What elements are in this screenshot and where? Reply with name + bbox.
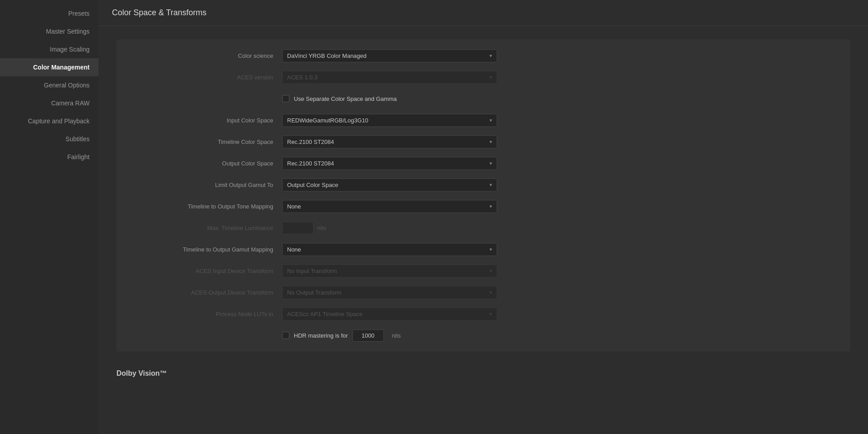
input-color-space-row: Input Color Space REDWideGamutRGB/Log3G1… (130, 113, 837, 127)
sidebar-item-subtitles[interactable]: Subtitles (0, 130, 99, 148)
separate-color-space-checkbox[interactable] (282, 95, 289, 102)
hdr-mastering-row: HDR mastering is for nits (130, 328, 837, 343)
aces-output-device-value: No Output Transform (287, 289, 341, 296)
limit-output-gamut-dropdown[interactable]: Output Color Space ▾ (282, 178, 497, 191)
output-color-space-row: Output Color Space Rec.2100 ST2084 ▾ (130, 156, 837, 170)
aces-version-chevron-icon: ▾ (490, 74, 492, 80)
timeline-output-gamut-row: Timeline to Output Gamut Mapping None ▾ (130, 242, 837, 256)
process-node-luts-chevron-icon: ▾ (490, 311, 492, 317)
sidebar-item-general-options[interactable]: General Options (0, 76, 99, 94)
max-timeline-luminance-row: Max. Timeline Luminance nits (130, 221, 837, 235)
sidebar-item-capture-playback[interactable]: Capture and Playback (0, 112, 99, 130)
output-color-space-dropdown[interactable]: Rec.2100 ST2084 ▾ (282, 157, 497, 170)
sidebar-item-master-settings[interactable]: Master Settings (0, 22, 99, 40)
color-science-row: Color science DaVinci YRGB Color Managed… (130, 48, 837, 63)
color-science-value: DaVinci YRGB Color Managed (287, 52, 366, 59)
limit-output-gamut-chevron-icon: ▾ (490, 182, 492, 188)
separate-color-space-row: Use Separate Color Space and Gamma (130, 91, 837, 106)
hdr-mastering-input[interactable] (352, 330, 384, 342)
timeline-output-tone-row: Timeline to Output Tone Mapping None ▾ (130, 199, 837, 213)
input-color-space-chevron-icon: ▾ (490, 117, 492, 123)
limit-output-gamut-label: Limit Output Gamut To (130, 182, 282, 188)
timeline-output-tone-label: Timeline to Output Tone Mapping (130, 203, 282, 210)
aces-input-device-dropdown: No Input Transform ▾ (282, 265, 497, 278)
sidebar-item-camera-raw[interactable]: Camera RAW (0, 94, 99, 112)
process-node-luts-dropdown: ACEScc AP1 Timeline Space ▾ (282, 308, 497, 321)
limit-output-gamut-row: Limit Output Gamut To Output Color Space… (130, 178, 837, 192)
color-science-chevron-icon: ▾ (490, 53, 492, 59)
output-color-space-chevron-icon: ▾ (490, 161, 492, 166)
aces-output-device-dropdown: No Output Transform ▾ (282, 286, 497, 299)
limit-output-gamut-value: Output Color Space (287, 182, 338, 188)
timeline-output-gamut-dropdown[interactable]: None ▾ (282, 243, 497, 256)
timeline-output-gamut-chevron-icon: ▾ (490, 247, 492, 252)
input-color-space-label: Input Color Space (130, 117, 282, 124)
output-color-space-value: Rec.2100 ST2084 (287, 160, 334, 167)
input-color-space-value: REDWideGamutRGB/Log3G10 (287, 117, 368, 124)
separate-color-space-checkbox-row: Use Separate Color Space and Gamma (282, 95, 397, 102)
timeline-color-space-row: Timeline Color Space Rec.2100 ST2084 ▾ (130, 135, 837, 149)
aces-version-dropdown: ACES 1.0.3 ▾ (282, 71, 497, 84)
sidebar-item-presets[interactable]: Presets (0, 4, 99, 22)
timeline-output-tone-chevron-icon: ▾ (490, 204, 492, 209)
main-panel: Color Space & Transforms Color science D… (99, 0, 868, 434)
aces-output-device-label: ACES Output Device Transform (130, 289, 282, 296)
timeline-output-gamut-label: Timeline to Output Gamut Mapping (130, 246, 282, 253)
color-science-label: Color science (130, 52, 282, 59)
output-color-space-label: Output Color Space (130, 160, 282, 167)
sidebar-item-image-scaling[interactable]: Image Scaling (0, 40, 99, 58)
max-timeline-luminance-input (282, 222, 314, 234)
timeline-output-tone-dropdown[interactable]: None ▾ (282, 200, 497, 213)
process-node-luts-row: Process Node LUTs in ACEScc AP1 Timeline… (130, 307, 837, 321)
sidebar-item-color-management[interactable]: Color Management (0, 58, 99, 76)
sidebar-item-fairlight[interactable]: Fairlight (0, 148, 99, 166)
timeline-color-space-dropdown[interactable]: Rec.2100 ST2084 ▾ (282, 135, 497, 148)
page-title: Color Space & Transforms (99, 0, 868, 26)
aces-version-value: ACES 1.0.3 (287, 74, 318, 81)
aces-output-device-row: ACES Output Device Transform No Output T… (130, 285, 837, 299)
aces-input-device-chevron-icon: ▾ (490, 268, 492, 274)
timeline-output-gamut-value: None (287, 246, 301, 253)
timeline-color-space-chevron-icon: ▾ (490, 139, 492, 145)
aces-input-device-row: ACES Input Device Transform No Input Tra… (130, 264, 837, 278)
dolby-vision-title: Dolby Vision™ (116, 360, 850, 382)
timeline-output-tone-value: None (287, 203, 301, 210)
hdr-mastering-unit: nits (392, 332, 401, 339)
color-space-transforms-section: Color science DaVinci YRGB Color Managed… (116, 39, 850, 352)
max-timeline-luminance-unit: nits (317, 225, 326, 231)
color-science-dropdown[interactable]: DaVinci YRGB Color Managed ▾ (282, 49, 497, 62)
hdr-mastering-checkbox[interactable] (282, 332, 289, 339)
aces-input-device-value: No Input Transform (287, 268, 337, 274)
sidebar: Presets Master Settings Image Scaling Co… (0, 0, 99, 434)
separate-color-space-label: Use Separate Color Space and Gamma (294, 95, 397, 102)
process-node-luts-value: ACEScc AP1 Timeline Space (287, 311, 362, 317)
timeline-color-space-value: Rec.2100 ST2084 (287, 139, 334, 145)
aces-input-device-label: ACES Input Device Transform (130, 268, 282, 274)
timeline-color-space-label: Timeline Color Space (130, 139, 282, 145)
max-timeline-luminance-label: Max. Timeline Luminance (130, 225, 282, 231)
aces-version-row: ACES version ACES 1.0.3 ▾ (130, 70, 837, 84)
process-node-luts-label: Process Node LUTs in (130, 311, 282, 317)
input-color-space-dropdown[interactable]: REDWideGamutRGB/Log3G10 ▾ (282, 114, 497, 127)
aces-version-label: ACES version (130, 74, 282, 81)
content-area: Color science DaVinci YRGB Color Managed… (99, 26, 868, 434)
hdr-mastering-checkbox-row: HDR mastering is for nits (282, 330, 401, 342)
aces-output-device-chevron-icon: ▾ (490, 290, 492, 295)
hdr-mastering-label: HDR mastering is for (294, 332, 348, 339)
